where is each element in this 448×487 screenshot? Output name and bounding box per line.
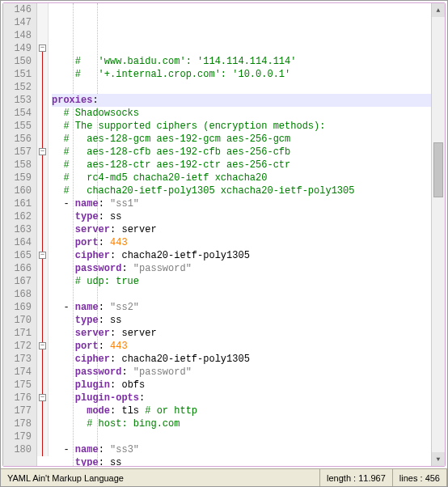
line-number: 170 — [3, 314, 32, 327]
line-number: 154 — [3, 107, 32, 120]
line-number: 176 — [3, 392, 32, 404]
line-number: 156 — [3, 133, 32, 146]
fold-toggle[interactable]: − — [39, 44, 46, 52]
code-line[interactable]: # 'www.baidu.com': '114.114.114.114' — [52, 55, 431, 68]
line-number: 179 — [3, 430, 32, 443]
code-line[interactable]: port: 443 — [52, 340, 431, 353]
line-number: 166 — [3, 262, 32, 275]
code-line[interactable]: plugin: obfs — [52, 379, 431, 392]
line-number: 164 — [3, 236, 32, 249]
code-line[interactable]: password: "password" — [52, 262, 431, 275]
line-number: 168 — [3, 288, 32, 301]
fold-toggle[interactable]: − — [39, 252, 46, 259]
code-line[interactable]: # aes-128-cfb aes-192-cfb aes-256-cfb — [52, 146, 431, 159]
code-line[interactable] — [52, 288, 431, 301]
line-number: 161 — [3, 197, 32, 210]
code-area[interactable]: # 'www.baidu.com': '114.114.114.114' # '… — [49, 3, 431, 466]
scrollbar-thumb[interactable] — [433, 142, 443, 198]
line-number: 169 — [3, 301, 32, 314]
status-length: length : 11.967 — [320, 469, 393, 486]
fold-gutter[interactable]: −−−−− — [37, 3, 49, 456]
code-editor[interactable]: 1461471481491501511521531541551561571581… — [3, 3, 445, 466]
line-number: 173 — [3, 353, 32, 366]
code-line[interactable]: server: server — [52, 327, 431, 340]
code-line[interactable]: # chacha20-ietf-poly1305 xchacha20-ietf-… — [52, 184, 431, 197]
scroll-down-button[interactable]: ▼ — [432, 452, 445, 466]
fold-toggle[interactable]: − — [39, 394, 46, 401]
line-number: 158 — [3, 159, 32, 172]
code-line[interactable]: # udp: true — [52, 275, 431, 288]
line-number-gutter: 1461471481491501511521531541551561571581… — [3, 3, 37, 466]
code-line[interactable]: - name: "ss2" — [52, 301, 431, 314]
line-number: 148 — [3, 29, 32, 42]
code-line[interactable]: cipher: chacha20-ietf-poly1305 — [52, 353, 431, 366]
line-number: 177 — [3, 404, 32, 417]
code-line[interactable]: server: server — [52, 223, 431, 236]
vertical-scrollbar[interactable]: ▲ ▼ — [431, 3, 445, 466]
line-number: 150 — [3, 55, 32, 68]
code-line[interactable]: - name: "ss1" — [52, 197, 431, 210]
code-line[interactable]: # rc4-md5 chacha20-ietf xchacha20 — [52, 172, 431, 184]
code-line[interactable]: mode: tls # or http — [52, 404, 431, 417]
line-number: 157 — [3, 146, 32, 159]
code-line[interactable]: port: 443 — [52, 236, 431, 249]
line-number: 146 — [3, 3, 32, 16]
line-number: 153 — [3, 94, 32, 107]
code-line[interactable]: # '+.internal.crop.com': '10.0.0.1' — [52, 68, 431, 81]
code-line[interactable]: # aes-128-gcm aes-192-gcm aes-256-gcm — [52, 133, 431, 146]
line-number: 165 — [3, 249, 32, 262]
line-number: 175 — [3, 379, 32, 392]
line-number: 180 — [3, 443, 32, 456]
code-line[interactable]: # The supported ciphers (encryption meth… — [52, 120, 431, 133]
status-bar: YAML Ain't Markup Language length : 11.9… — [1, 468, 447, 486]
code-line[interactable]: plugin-opts: — [52, 392, 431, 404]
line-number: 151 — [3, 68, 32, 81]
status-lines: lines : 456 — [393, 469, 447, 486]
code-line[interactable] — [52, 81, 431, 94]
code-line[interactable]: # host: bing.com — [52, 417, 431, 430]
fold-toggle[interactable]: − — [39, 148, 46, 155]
line-number: 149 — [3, 42, 32, 55]
line-number: 160 — [3, 184, 32, 197]
line-number: 159 — [3, 172, 32, 184]
scroll-up-button[interactable]: ▲ — [432, 3, 445, 17]
code-line[interactable] — [52, 430, 431, 443]
line-number: 147 — [3, 16, 32, 29]
code-line[interactable]: type: ss — [52, 456, 431, 466]
line-number: 163 — [3, 223, 32, 236]
fold-toggle[interactable]: − — [39, 342, 46, 349]
line-number: 172 — [3, 340, 32, 353]
code-line[interactable]: proxies: — [52, 94, 431, 107]
line-number: 174 — [3, 366, 32, 379]
line-number: 162 — [3, 210, 32, 223]
code-line[interactable]: type: ss — [52, 210, 431, 223]
code-line[interactable]: # Shadowsocks — [52, 107, 431, 120]
code-line[interactable]: type: ss — [52, 314, 431, 327]
code-line[interactable]: password: "password" — [52, 366, 431, 379]
line-number: 155 — [3, 120, 32, 133]
editor-wrap: 1461471481491501511521531541551561571581… — [2, 2, 446, 467]
code-line[interactable]: - name: "ss3" — [52, 443, 431, 456]
line-number: 178 — [3, 417, 32, 430]
code-line[interactable]: # aes-128-ctr aes-192-ctr aes-256-ctr — [52, 159, 431, 172]
line-number: 171 — [3, 327, 32, 340]
line-number: 167 — [3, 275, 32, 288]
code-line[interactable]: cipher: chacha20-ietf-poly1305 — [52, 249, 431, 262]
line-number: 152 — [3, 81, 32, 94]
status-language[interactable]: YAML Ain't Markup Language — [1, 469, 320, 486]
